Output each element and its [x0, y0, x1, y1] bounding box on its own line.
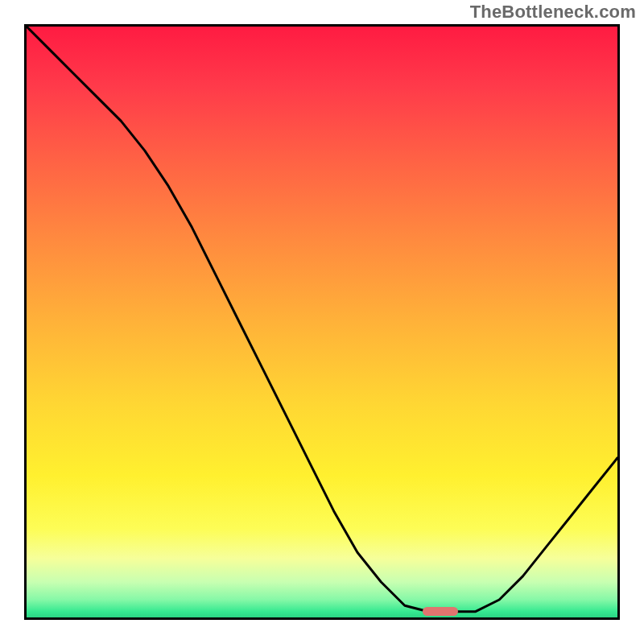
chart-stage: TheBottleneck.com	[0, 0, 644, 644]
plot-area	[24, 24, 620, 620]
watermark-text: TheBottleneck.com	[470, 2, 636, 23]
line-series	[27, 27, 617, 617]
highlight-marker	[423, 607, 458, 616]
curve-path	[27, 27, 617, 612]
